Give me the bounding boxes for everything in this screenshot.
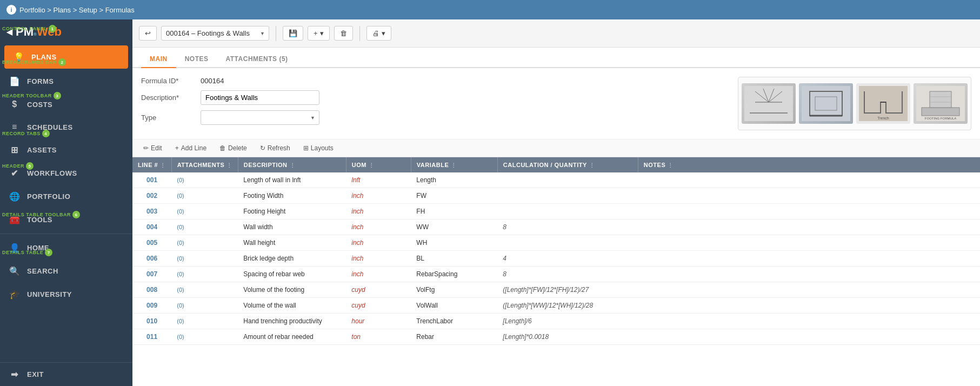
add-button[interactable]: + ▾ [308, 26, 330, 41]
tools-icon: 🧰 [9, 215, 21, 225]
col-header-description[interactable]: DESCRIPTION⋮ [238, 157, 346, 172]
sidebar: ◀ PM®Web 💡 PLANS 📄 FORMS $ COSTS ≡ SCHED… [0, 19, 132, 386]
col-header-notes[interactable]: NOTES⋮ [638, 157, 980, 172]
cell-description: Volume of the wall [238, 298, 346, 314]
refresh-button[interactable]: ↻ Refresh [256, 143, 295, 154]
add-line-label: Add Line [181, 144, 206, 152]
cell-description: Wall width [238, 219, 346, 235]
cell-attachments: (0) [171, 282, 238, 298]
svg-text:Trench: Trench [877, 116, 889, 120]
add-line-icon: + [175, 144, 179, 152]
tab-notes[interactable]: NOTES [176, 51, 217, 68]
delete-line-button[interactable]: 🗑 Delete [215, 143, 251, 154]
formula-image-3: Trench [856, 83, 910, 124]
sidebar-item-plans[interactable]: 💡 PLANS [4, 45, 128, 69]
sidebar-item-label: SCHEDULES [27, 123, 73, 131]
sidebar-item-schedules[interactable]: ≡ SCHEDULES [0, 116, 132, 138]
portfolio-icon: 🌐 [9, 191, 21, 202]
svg-rect-15 [922, 108, 959, 116]
cell-description: Footing Width [238, 188, 346, 204]
cell-variable: VolWall [411, 298, 497, 314]
col-header-calculation[interactable]: CALCULATION / QUANTITY⋮ [497, 157, 638, 172]
tab-main[interactable]: MAIN [141, 51, 176, 68]
col-header-uom[interactable]: UOM⋮ [346, 157, 411, 172]
sidebar-item-label: TOOLS [27, 216, 52, 224]
cell-line: 004 [132, 219, 171, 235]
portfolio-link[interactable]: Portfolio [19, 6, 45, 14]
type-select[interactable] [201, 110, 319, 125]
sidebar-item-label: HOME [27, 244, 49, 252]
search-icon: 🔍 [9, 266, 21, 276]
print-button[interactable]: 🖨 ▾ [366, 26, 391, 41]
home-icon: 👤 [9, 243, 21, 253]
sidebar-bottom: ➡ EXIT [0, 362, 132, 386]
cell-attachments: (0) [171, 251, 238, 267]
sidebar-item-label: SEARCH [27, 267, 58, 275]
col-header-line[interactable]: LINE #⋮ [132, 157, 171, 172]
sidebar-item-exit[interactable]: ➡ EXIT [0, 363, 132, 386]
toolbar-separator-2 [359, 26, 360, 41]
edit-label: Edit [151, 144, 162, 152]
exit-icon: ➡ [9, 369, 21, 380]
cell-calculation [497, 172, 638, 188]
pm-logo: PM®Web [16, 25, 62, 39]
cell-calculation: [Length]/6 [497, 314, 638, 329]
topbar: i Portfolio > Plans > Setup > Formulas [0, 0, 980, 19]
description-row: Description* [141, 90, 727, 105]
cell-uom: ton [346, 329, 411, 345]
add-line-button[interactable]: + Add Line [171, 143, 211, 154]
record-selector[interactable]: 000164 – Footings & Walls [161, 26, 269, 41]
cell-notes [638, 251, 980, 267]
sidebar-item-home[interactable]: 👤 HOME [0, 236, 132, 259]
cell-variable: TrenchLabor [411, 314, 497, 329]
assets-icon: ⊞ [9, 145, 21, 155]
formula-id-label: Formula ID* [141, 77, 195, 85]
delete-button[interactable]: 🗑 [334, 26, 353, 41]
undo-button[interactable]: ↩ [139, 26, 157, 41]
cell-attachments: (0) [171, 329, 238, 345]
edit-icon: ✏ [143, 144, 149, 152]
cell-line: 009 [132, 298, 171, 314]
cell-line: 007 [132, 267, 171, 282]
sidebar-item-tools[interactable]: 🧰 TOOLS [0, 208, 132, 231]
cell-notes [638, 172, 980, 188]
cell-notes [638, 235, 980, 251]
sidebar-item-assets[interactable]: ⊞ ASSETS [0, 138, 132, 162]
svg-rect-0 [744, 86, 793, 121]
info-icon[interactable]: i [6, 5, 16, 15]
cell-calculation: 4 [497, 251, 638, 267]
cell-uom: inch [346, 188, 411, 204]
add-icon: + [314, 29, 318, 37]
description-field[interactable] [201, 90, 319, 105]
collapse-arrow[interactable]: ◀ [6, 28, 12, 36]
cell-notes [638, 298, 980, 314]
sidebar-item-workflows[interactable]: ✔ WORKFLOWS [0, 162, 132, 185]
print-icon: 🖨 [372, 29, 379, 37]
table-header-row: LINE #⋮ ATTACHMENTS⋮ DESCRIPTION⋮ UOM⋮ V [132, 157, 980, 172]
cell-variable: BL [411, 251, 497, 267]
cell-notes [638, 219, 980, 235]
layouts-icon: ⊞ [303, 144, 309, 152]
sidebar-item-costs[interactable]: $ COSTS [0, 93, 132, 116]
tab-attachments[interactable]: ATTACHMENTS (5) [217, 51, 297, 68]
cell-variable: RebarSpacing [411, 267, 497, 282]
type-row: Type [141, 110, 727, 125]
sidebar-item-portfolio[interactable]: 🌐 PORTFOLIO [0, 185, 132, 208]
layouts-button[interactable]: ⊞ Layouts [299, 143, 338, 154]
cell-attachments: (0) [171, 219, 238, 235]
sidebar-item-search[interactable]: 🔍 SEARCH [0, 259, 132, 283]
sidebar-item-forms[interactable]: 📄 FORMS [0, 70, 132, 93]
breadcrumb: Portfolio > Plans > Setup > Formulas [19, 6, 135, 14]
formula-image-2 [799, 83, 853, 124]
col-header-attachments[interactable]: ATTACHMENTS⋮ [171, 157, 238, 172]
cell-notes [638, 314, 980, 329]
university-icon: 🎓 [9, 289, 21, 300]
sidebar-item-university[interactable]: 🎓 UNIVERSITY [0, 283, 132, 306]
col-header-variable[interactable]: VARIABLE⋮ [411, 157, 497, 172]
workflows-icon: ✔ [9, 168, 21, 178]
table-row: 005 (0) Wall height inch WH [132, 235, 980, 251]
edit-button[interactable]: ✏ Edit [139, 143, 166, 154]
save-button[interactable]: 💾 [283, 26, 303, 41]
formula-id-row: Formula ID* 000164 [141, 77, 727, 85]
table-row: 010 (0) Hand trenching productivity hour… [132, 314, 980, 329]
